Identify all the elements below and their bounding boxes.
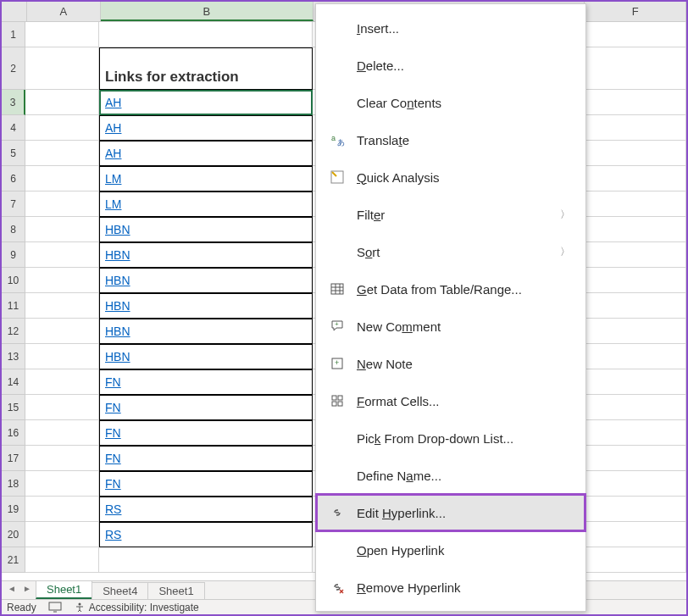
row-header-20[interactable]: 20	[2, 522, 25, 547]
cell-F13[interactable]	[585, 344, 686, 369]
cell-B13[interactable]: HBN	[99, 344, 313, 369]
nav-prev-icon[interactable]: ◄	[5, 580, 19, 596]
cell-F3[interactable]	[585, 90, 686, 115]
cell-B21[interactable]	[99, 547, 313, 573]
cell-A10[interactable]	[25, 268, 99, 293]
cell-A20[interactable]	[25, 522, 99, 547]
cell-F11[interactable]	[585, 293, 686, 319]
select-all-corner[interactable]	[2, 2, 27, 21]
row-header-2[interactable]: 2	[2, 47, 25, 90]
row-header-17[interactable]: 17	[2, 446, 25, 471]
cell-B14[interactable]: FN	[99, 369, 313, 395]
cell-A3[interactable]	[25, 90, 99, 115]
menu-format-cells[interactable]: Format Cells...	[316, 382, 585, 419]
row-header-11[interactable]: 11	[2, 293, 25, 319]
cell-B11[interactable]: HBN	[99, 293, 313, 319]
row-header-19[interactable]: 19	[2, 497, 25, 522]
menu-filter[interactable]: Filter〉	[316, 196, 585, 233]
cell-B3[interactable]: AH	[99, 90, 313, 115]
hyperlink[interactable]: RS	[105, 528, 121, 541]
row-header-16[interactable]: 16	[2, 420, 25, 446]
menu-define-name[interactable]: Define Name...	[316, 457, 585, 494]
row-header-4[interactable]: 4	[2, 115, 25, 141]
cell-B4[interactable]: AH	[99, 115, 313, 141]
cell-F6[interactable]	[585, 166, 686, 191]
menu-pick-list[interactable]: Pick From Drop-down List...	[316, 419, 585, 457]
cell-A9[interactable]	[25, 242, 99, 268]
cell-B2[interactable]: Links for extraction	[99, 47, 313, 90]
hyperlink[interactable]: FN	[105, 401, 121, 414]
menu-get-data[interactable]: Get Data from Table/Range...	[316, 270, 585, 308]
cell-A8[interactable]	[25, 217, 99, 242]
cell-F21[interactable]	[585, 547, 686, 573]
col-header-F[interactable]: F	[585, 2, 686, 21]
row-header-1[interactable]: 1	[2, 22, 25, 47]
cell-F16[interactable]	[585, 420, 686, 446]
hyperlink[interactable]: AH	[105, 121, 121, 135]
cell-F1[interactable]	[585, 22, 686, 47]
row-header-7[interactable]: 7	[2, 191, 25, 217]
cell-F8[interactable]	[585, 217, 686, 242]
hyperlink[interactable]: FN	[105, 426, 121, 440]
cell-B16[interactable]: FN	[99, 420, 313, 446]
menu-new-note[interactable]: +New Note	[316, 345, 585, 382]
sheet-tab-2[interactable]: Sheet1	[147, 582, 204, 599]
cell-F5[interactable]	[585, 141, 686, 166]
col-header-A[interactable]: A	[27, 2, 101, 21]
hyperlink[interactable]: FN	[105, 452, 121, 465]
menu-edit-hyperlink[interactable]: Edit Hyperlink...	[316, 494, 585, 531]
hyperlink[interactable]: HBN	[105, 223, 130, 236]
menu-new-comment[interactable]: +New Comment	[316, 308, 585, 345]
menu-insert[interactable]: Insert...	[316, 9, 585, 47]
menu-remove-hyperlink[interactable]: Remove Hyperlink	[316, 569, 585, 606]
cell-F15[interactable]	[585, 395, 686, 420]
cell-A14[interactable]	[25, 369, 99, 395]
row-header-8[interactable]: 8	[2, 217, 25, 242]
cell-A11[interactable]	[25, 293, 99, 319]
hyperlink[interactable]: HBN	[105, 325, 130, 338]
cell-A15[interactable]	[25, 395, 99, 420]
cell-B1[interactable]	[99, 22, 313, 47]
cell-F19[interactable]	[585, 497, 686, 522]
cell-B19[interactable]: RS	[99, 497, 313, 522]
menu-quick-analysis[interactable]: Quick Analysis	[316, 158, 585, 196]
accessibility-status[interactable]: Accessibility: Investigate	[74, 602, 199, 613]
cell-B18[interactable]: FN	[99, 471, 313, 497]
menu-delete[interactable]: Delete...	[316, 47, 585, 84]
cell-B12[interactable]: HBN	[99, 319, 313, 344]
sheet-tab-0[interactable]: Sheet1	[36, 580, 92, 599]
cell-A12[interactable]	[25, 319, 99, 344]
sheet-tab-1[interactable]: Sheet4	[92, 582, 148, 599]
cell-A17[interactable]	[25, 446, 99, 471]
hyperlink[interactable]: HBN	[105, 274, 130, 287]
cell-A2[interactable]	[25, 47, 99, 90]
row-header-18[interactable]: 18	[2, 471, 25, 497]
menu-clear-contents[interactable]: Clear Contents	[316, 84, 585, 121]
hyperlink[interactable]: RS	[105, 502, 121, 516]
cell-A18[interactable]	[25, 471, 99, 497]
cell-F17[interactable]	[585, 446, 686, 471]
hyperlink[interactable]: LM	[105, 172, 121, 186]
hyperlink[interactable]: AH	[105, 147, 121, 160]
row-header-15[interactable]: 15	[2, 395, 25, 420]
cell-F20[interactable]	[585, 522, 686, 547]
cell-B9[interactable]: HBN	[99, 242, 313, 268]
hyperlink[interactable]: HBN	[105, 350, 130, 363]
cell-B20[interactable]: RS	[99, 522, 313, 547]
cell-B8[interactable]: HBN	[99, 217, 313, 242]
cell-A7[interactable]	[25, 191, 99, 217]
cell-F14[interactable]	[585, 369, 686, 395]
cell-F9[interactable]	[585, 242, 686, 268]
cell-A5[interactable]	[25, 141, 99, 166]
cell-B6[interactable]: LM	[99, 166, 313, 191]
hyperlink[interactable]: HBN	[105, 248, 130, 262]
cell-F18[interactable]	[585, 471, 686, 497]
cell-B7[interactable]: LM	[99, 191, 313, 217]
row-header-13[interactable]: 13	[2, 344, 25, 369]
cell-F7[interactable]	[585, 191, 686, 217]
cell-B5[interactable]: AH	[99, 141, 313, 166]
cell-F4[interactable]	[585, 115, 686, 141]
row-header-3[interactable]: 3	[2, 90, 25, 115]
display-settings-icon[interactable]	[48, 602, 62, 613]
hyperlink[interactable]: LM	[105, 197, 121, 211]
